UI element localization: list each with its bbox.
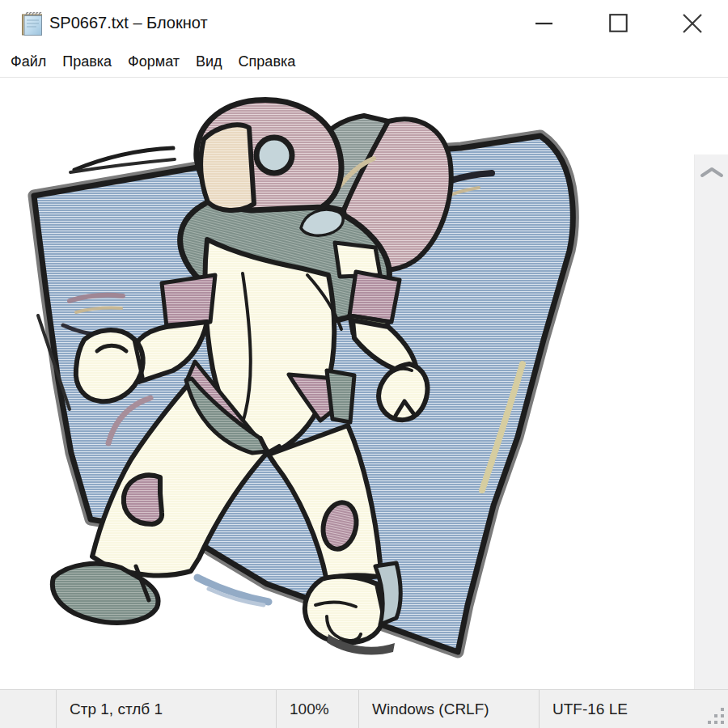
resize-grip[interactable] (708, 708, 726, 726)
helmet-ear (256, 138, 292, 173)
status-spacer (0, 690, 56, 728)
right-boot (305, 577, 383, 643)
menu-help[interactable]: Справка (231, 53, 304, 70)
scroll-up-button[interactable] (695, 154, 728, 190)
menu-view[interactable]: Вид (188, 53, 231, 70)
menu-edit[interactable]: Правка (54, 53, 120, 70)
status-zoom-level: 100% (276, 690, 358, 728)
chevron-up-icon (700, 167, 724, 178)
status-bar: Стр 1, стлб 1 100% Windows (CRLF) UTF-16… (0, 689, 728, 728)
notepad-icon (20, 10, 44, 37)
close-button[interactable] (655, 0, 728, 46)
title-bar[interactable]: SP0667.txt – Блокнот (0, 0, 728, 46)
menu-bar: Файл Правка Формат Вид Справка (0, 46, 728, 77)
window-title: SP0667.txt – Блокнот (49, 0, 208, 46)
minimize-icon (535, 22, 552, 25)
window-controls (506, 0, 728, 46)
text-editor-area[interactable] (0, 77, 728, 689)
maximize-icon (609, 14, 628, 32)
minimize-button[interactable] (506, 0, 581, 46)
left-knee-patch (124, 475, 162, 524)
status-cursor-position: Стр 1, стлб 1 (56, 690, 276, 728)
ascii-art-astronaut (0, 77, 696, 689)
status-line-ending: Windows (CRLF) (358, 690, 539, 728)
face (201, 125, 254, 210)
menu-format[interactable]: Формат (120, 53, 188, 70)
maximize-button[interactable] (581, 0, 655, 46)
vertical-scrollbar[interactable] (694, 154, 728, 728)
close-icon (682, 13, 703, 34)
status-encoding: UTF-16 LE (539, 690, 728, 728)
menu-file[interactable]: Файл (2, 53, 54, 70)
